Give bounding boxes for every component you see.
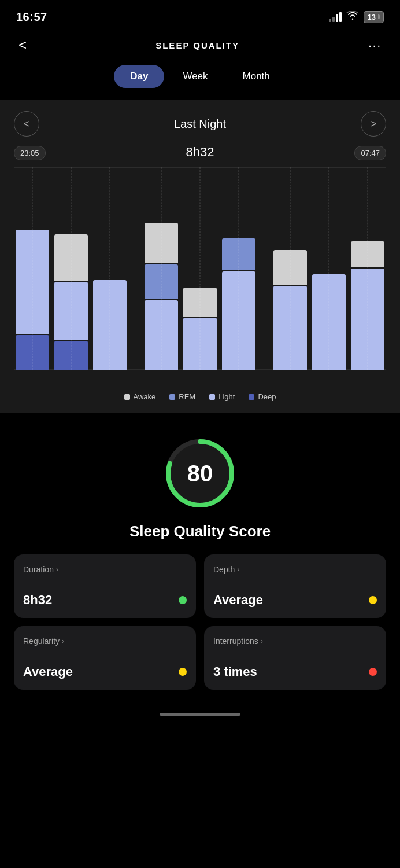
regularity-card[interactable]: Regularity › Average <box>14 626 196 690</box>
depth-card[interactable]: Depth › Average <box>204 554 386 618</box>
deep-dot <box>249 394 254 400</box>
legend-light: Light <box>209 392 235 401</box>
score-section: 80 Sleep Quality Score Duration › 8h32 D… <box>0 413 400 704</box>
duration-value: 8h32 <box>23 593 52 608</box>
end-time-label: 07:47 <box>354 146 386 160</box>
sleep-chart <box>14 167 386 370</box>
chart-section: < Last Night > 23:05 8h32 07:47 <box>0 100 400 413</box>
depth-footer: Average <box>213 593 377 608</box>
bar-group-7 <box>272 167 309 370</box>
chart-period-label: Last Night <box>174 117 226 131</box>
interruptions-header: Interruptions › <box>213 637 377 646</box>
start-time-label: 23:05 <box>14 146 46 160</box>
home-bar <box>160 713 240 716</box>
duration-header: Duration › <box>23 565 187 574</box>
home-indicator <box>0 704 400 720</box>
bar-group-3 <box>91 167 128 370</box>
interruptions-chevron: › <box>261 637 263 645</box>
depth-header: Depth › <box>213 565 377 574</box>
interruptions-footer: 3 times <box>213 664 377 679</box>
interruptions-card[interactable]: Interruptions › 3 times <box>204 626 386 690</box>
regularity-header: Regularity › <box>23 637 187 646</box>
duration-footer: 8h32 <box>23 593 187 608</box>
battery-icon: 13 <box>364 11 384 23</box>
metrics-grid: Duration › 8h32 Depth › Average Regulari… <box>14 554 386 690</box>
interruptions-value: 3 times <box>213 664 257 679</box>
header: < SLEEP QUALITY ··· <box>0 30 400 65</box>
chart-time-labels: 23:05 8h32 07:47 <box>14 141 386 163</box>
more-button[interactable]: ··· <box>364 36 386 54</box>
duration-card[interactable]: Duration › 8h32 <box>14 554 196 618</box>
bar-group-1 <box>14 167 51 370</box>
wifi-icon <box>346 11 359 23</box>
depth-status-dot <box>369 596 377 604</box>
duration-status-dot <box>179 596 187 604</box>
chart-legend: Awake REM Light Deep <box>0 384 400 403</box>
bar-group-2 <box>53 167 90 370</box>
regularity-chevron: › <box>62 637 64 645</box>
legend-deep: Deep <box>249 392 276 401</box>
bar-group-6 <box>220 167 257 370</box>
regularity-status-dot <box>179 668 187 676</box>
bar-group-4 <box>143 167 180 370</box>
bar-group-9 <box>349 167 386 370</box>
rem-dot <box>169 394 175 400</box>
duration-label: 8h32 <box>186 145 214 160</box>
chart-container: 23:05 8h32 07:47 <box>14 141 386 384</box>
light-dot <box>209 394 215 400</box>
status-bar: 16:57 13 <box>0 0 400 30</box>
prev-period-button[interactable]: < <box>14 111 39 137</box>
tab-week[interactable]: Week <box>166 65 224 88</box>
tab-bar: Day Week Month <box>0 65 400 100</box>
awake-dot <box>124 394 130 400</box>
score-title: Sleep Quality Score <box>129 523 271 540</box>
back-button[interactable]: < <box>14 35 31 56</box>
depth-value: Average <box>213 593 263 608</box>
status-icons: 13 <box>329 11 384 23</box>
page-title: SLEEP QUALITY <box>155 41 239 50</box>
interruptions-status-dot <box>369 668 377 676</box>
bar-group-8 <box>310 167 347 370</box>
score-value: 80 <box>187 461 213 487</box>
legend-awake: Awake <box>124 392 156 401</box>
legend-rem: REM <box>169 392 195 401</box>
signal-icon <box>329 12 342 22</box>
status-time: 16:57 <box>16 10 47 24</box>
depth-chevron: › <box>237 565 239 573</box>
duration-chevron: › <box>56 565 58 573</box>
tab-day[interactable]: Day <box>114 65 164 88</box>
score-ring: 80 <box>162 436 238 511</box>
regularity-footer: Average <box>23 664 187 679</box>
regularity-value: Average <box>23 664 73 679</box>
bar-group-5 <box>182 167 218 370</box>
tab-month[interactable]: Month <box>227 65 286 88</box>
chart-nav: < Last Night > <box>0 100 400 141</box>
next-period-button[interactable]: > <box>361 111 386 137</box>
